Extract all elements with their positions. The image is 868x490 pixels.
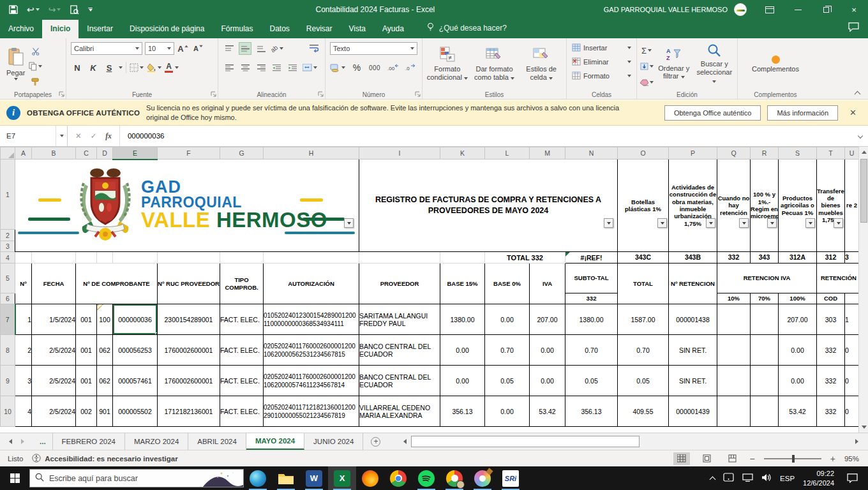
column-header-S[interactable]: S <box>779 147 817 160</box>
tab-inicio[interactable]: Inicio <box>42 20 79 38</box>
cell-T9[interactable]: 332 <box>817 366 845 396</box>
row-header-4[interactable]: 4 <box>1 252 15 264</box>
tab-disposición-de-página[interactable]: Disposición de página <box>121 20 213 38</box>
fill-icon[interactable] <box>640 60 654 73</box>
merge-center-icon[interactable] <box>303 61 317 74</box>
cell-K7[interactable]: 1380.00 <box>440 304 485 335</box>
enter-icon[interactable]: ✓ <box>91 131 97 140</box>
taskbar-search[interactable]: Escribe aquí para buscar <box>29 469 244 487</box>
number-dialog-launcher-icon[interactable] <box>415 91 421 98</box>
ribbon-display-options-icon[interactable] <box>756 0 784 19</box>
wrap-text-icon[interactable] <box>308 42 320 55</box>
header-10[interactable]: 10% <box>717 293 751 304</box>
cell-D8[interactable]: 062 <box>97 335 113 366</box>
cut-icon[interactable] <box>29 45 42 57</box>
name-box[interactable]: E7 <box>0 126 56 146</box>
cell-U4[interactable]: 3 <box>845 252 859 264</box>
row-header-2[interactable]: 2 <box>1 230 15 241</box>
header-base15[interactable]: BASE 15% <box>440 264 485 304</box>
header-subtotal-332[interactable]: 332 <box>565 293 618 304</box>
taskbar-app-sri-icon[interactable]: SRi <box>497 466 525 490</box>
select-all-corner[interactable] <box>1 147 15 160</box>
cell-K8[interactable]: 0.00 <box>440 335 485 366</box>
network-icon[interactable] <box>742 473 753 484</box>
horizontal-scrollbar[interactable] <box>400 436 862 447</box>
fill-color-icon[interactable] <box>147 61 161 74</box>
cell-A4[interactable] <box>15 252 32 264</box>
normal-view-icon[interactable] <box>673 452 690 465</box>
cell-A9[interactable]: 3 <box>15 366 32 396</box>
fill-handle[interactable] <box>155 332 158 335</box>
header-U6[interactable] <box>845 293 859 304</box>
header-ruc[interactable]: Nº RUC PROVEEDOR <box>158 264 220 304</box>
accounting-format-icon[interactable] <box>330 61 345 74</box>
cell-S10[interactable]: 53.42 <box>779 396 817 427</box>
undo-icon[interactable]: ↩ <box>27 5 40 14</box>
comma-style-icon[interactable]: 000 <box>368 61 381 74</box>
filter-dropdown-icon[interactable] <box>657 218 667 228</box>
decrease-decimal-icon[interactable]: .0 <box>404 61 417 74</box>
cell-Q9[interactable] <box>717 366 751 396</box>
cell-A10[interactable]: 4 <box>15 396 32 427</box>
column-header-D[interactable]: D <box>97 147 113 160</box>
cell-S9[interactable]: 0.00 <box>779 366 817 396</box>
scroll-up-icon[interactable] <box>859 147 868 158</box>
cell-C4[interactable] <box>76 252 97 264</box>
cell-G8[interactable]: FACT. ELEC. <box>220 335 264 366</box>
format-cells-button[interactable]: Formato <box>569 69 634 83</box>
vscroll-thumb[interactable] <box>860 159 867 223</box>
start-button[interactable] <box>0 466 29 490</box>
taskbar-app-word-icon[interactable]: W <box>300 466 328 490</box>
column-header-Q[interactable]: Q <box>717 147 751 160</box>
column-header-C[interactable]: C <box>76 147 97 160</box>
cell-total-332[interactable]: TOTAL 332 <box>485 252 565 264</box>
header-cell-S[interactable]: Productos agricoilas o Pecuas 1% <box>779 160 817 252</box>
learn-more-button[interactable]: Más información <box>767 105 838 121</box>
align-bottom-icon[interactable] <box>255 42 267 55</box>
report-title-cell[interactable]: REGISTRO DE FACTURAS DE COMPRA Y RETENCI… <box>359 160 618 252</box>
cell-H9[interactable]: 0205202401176000260000120010620000574611… <box>264 366 359 396</box>
cell-G10[interactable]: FACT. ELEC. <box>220 396 264 427</box>
sort-filter-button[interactable]: AZ Ordenar y filtrar <box>654 41 694 87</box>
cell-E10[interactable]: 000005502 <box>113 396 158 427</box>
cell-L9[interactable]: 0.05 <box>485 366 530 396</box>
cell-S7[interactable]: 207.00 <box>779 304 817 335</box>
scroll-left-icon[interactable] <box>400 436 410 447</box>
header-cod[interactable]: COD <box>817 293 845 304</box>
cell-L8[interactable]: 0.70 <box>485 335 530 366</box>
align-right-icon[interactable] <box>255 61 267 74</box>
alignment-dialog-launcher-icon[interactable] <box>318 91 324 98</box>
cell-B7[interactable]: 1/5/2024 <box>32 304 76 335</box>
cell-C7[interactable]: 001 <box>76 304 97 335</box>
cell-T10[interactable]: 332 <box>817 396 845 427</box>
cell-A8[interactable]: 2 <box>15 335 32 366</box>
filter-dropdown-icon[interactable] <box>739 218 749 228</box>
sheet-tab-junio-2024[interactable]: JUNIO 2024 <box>304 433 363 450</box>
print-preview-icon[interactable] <box>70 5 79 15</box>
cell-D4[interactable] <box>97 252 113 264</box>
zoom-in-icon[interactable]: + <box>830 454 835 464</box>
cell-B9[interactable]: 2/5/2024 <box>32 366 76 396</box>
cell-N9[interactable]: 0.05 <box>565 366 618 396</box>
tab-revisar[interactable]: Revisar <box>298 20 341 38</box>
redo-icon[interactable]: ↪ <box>49 5 61 14</box>
cell-D10[interactable]: 901 <box>97 396 113 427</box>
cell-F8[interactable]: 1760002600001 <box>158 335 220 366</box>
header-nretencion[interactable]: Nº RETENCION <box>669 264 717 304</box>
sheet-tab-abril-2024[interactable]: ABRIL 2024 <box>188 433 246 450</box>
header-100[interactable]: 100% <box>779 293 817 304</box>
row-header-8[interactable]: 8 <box>1 335 15 366</box>
tab-vista[interactable]: Vista <box>341 20 374 38</box>
header-tipo[interactable]: TIPO COMPROB. <box>220 264 264 304</box>
increase-decimal-icon[interactable]: .00 <box>386 61 399 74</box>
notification-center-icon[interactable] <box>842 473 862 483</box>
insert-cells-button[interactable]: Insertar <box>569 41 634 55</box>
column-header-I[interactable]: I <box>359 147 440 160</box>
save-icon[interactable] <box>9 5 18 14</box>
align-left-icon[interactable] <box>223 61 236 74</box>
increase-indent-icon[interactable] <box>287 61 299 74</box>
header-iva[interactable]: IVA <box>530 264 565 304</box>
align-middle-icon[interactable] <box>239 42 251 55</box>
cell-B4[interactable] <box>32 252 76 264</box>
minimize-button[interactable] <box>784 0 812 19</box>
